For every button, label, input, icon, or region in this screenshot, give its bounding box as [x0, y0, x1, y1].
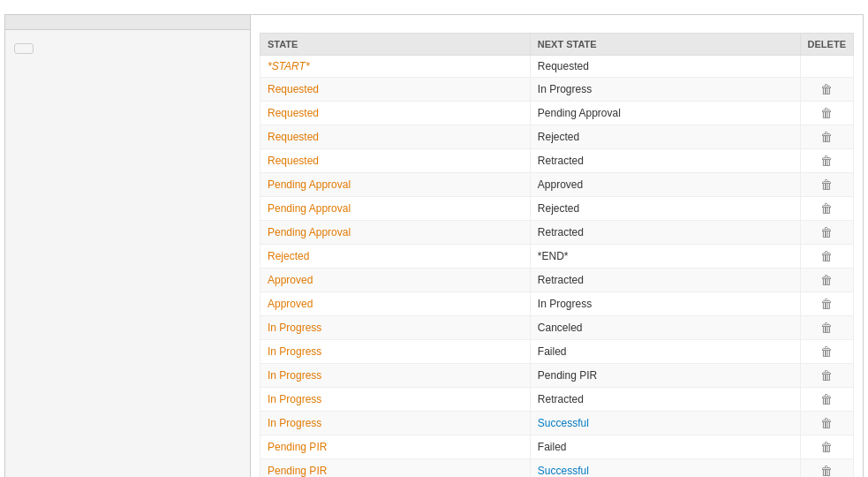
- state-cell[interactable]: In Progress: [260, 364, 531, 388]
- state-link[interactable]: In Progress: [268, 417, 321, 429]
- state-link[interactable]: Pending Approval: [268, 202, 351, 215]
- delete-cell: 🗑: [800, 435, 853, 459]
- next-state-cell: Failed: [530, 435, 800, 459]
- delete-cell: 🗑: [800, 173, 853, 197]
- delete-icon[interactable]: 🗑: [820, 416, 833, 430]
- delete-icon[interactable]: 🗑: [820, 225, 833, 239]
- state-cell[interactable]: In Progress: [260, 316, 531, 340]
- delete-cell: 🗑: [800, 340, 853, 364]
- delete-cell: 🗑: [800, 459, 853, 478]
- delete-cell: 🗑: [800, 78, 853, 102]
- delete-icon[interactable]: 🗑: [820, 82, 833, 96]
- state-link[interactable]: In Progress: [268, 345, 321, 358]
- delete-icon[interactable]: 🗑: [820, 273, 833, 287]
- delete-icon[interactable]: 🗑: [820, 201, 833, 216]
- main-content: STATE NEXT STATE DELETE *START*Requested…: [251, 15, 863, 477]
- next-state-cell: Canceled: [530, 316, 800, 340]
- delete-cell: 🗑: [800, 269, 853, 292]
- state-link[interactable]: In Progress: [268, 322, 321, 334]
- delete-cell: 🗑: [800, 102, 853, 125]
- table-row: RequestedPending Approval🗑: [260, 102, 854, 125]
- state-cell[interactable]: Pending Approval: [260, 221, 531, 245]
- delete-icon[interactable]: 🗑: [820, 106, 833, 120]
- table-row: Pending PIRFailed🗑: [260, 435, 854, 459]
- table-row: In ProgressFailed🗑: [260, 340, 854, 364]
- state-link[interactable]: Requested: [268, 107, 319, 119]
- next-state-link[interactable]: Successful: [538, 417, 589, 429]
- state-link[interactable]: Pending Approval: [268, 226, 351, 238]
- state-cell[interactable]: In Progress: [260, 388, 531, 412]
- delete-icon[interactable]: 🗑: [820, 249, 833, 263]
- table-row: RequestedRejected🗑: [260, 125, 854, 149]
- table-row: ApprovedIn Progress🗑: [260, 292, 854, 316]
- delete-icon[interactable]: 🗑: [820, 154, 833, 168]
- table-row: *START*Requested: [260, 56, 854, 78]
- state-cell[interactable]: Pending Approval: [260, 173, 531, 197]
- state-cell[interactable]: Approved: [260, 269, 531, 292]
- next-state-cell: Rejected: [530, 197, 800, 221]
- state-link[interactable]: Pending PIR: [268, 441, 327, 453]
- table-row: Pending ApprovalRejected🗑: [260, 197, 854, 221]
- delete-cell: 🗑: [800, 316, 853, 340]
- next-state-cell: Successful: [530, 412, 800, 435]
- delete-icon[interactable]: 🗑: [820, 297, 833, 311]
- next-state-cell: Pending PIR: [530, 364, 800, 388]
- next-state-cell: Retracted: [530, 221, 800, 245]
- state-cell[interactable]: In Progress: [260, 412, 531, 435]
- next-state-cell: In Progress: [530, 78, 800, 102]
- delete-cell: [800, 56, 853, 78]
- delete-icon[interactable]: 🗑: [820, 130, 833, 144]
- next-state-cell: Rejected: [530, 125, 800, 149]
- state-cell[interactable]: Approved: [260, 292, 531, 316]
- state-cell[interactable]: Requested: [260, 125, 531, 149]
- next-state-cell: Approved: [530, 173, 800, 197]
- state-cell[interactable]: Pending Approval: [260, 197, 531, 221]
- sidebar-header: [5, 15, 250, 30]
- next-state-cell: Pending Approval: [530, 102, 800, 125]
- state-link[interactable]: Pending Approval: [268, 178, 351, 191]
- delete-cell: 🗑: [800, 412, 853, 435]
- state-link[interactable]: Rejected: [268, 250, 309, 262]
- state-cell[interactable]: Requested: [260, 149, 531, 173]
- delete-icon[interactable]: 🗑: [820, 344, 833, 359]
- state-cell[interactable]: Pending PIR: [260, 459, 531, 478]
- table-row: ApprovedRetracted🗑: [260, 269, 854, 292]
- state-link[interactable]: Requested: [268, 83, 319, 95]
- sidebar: [5, 15, 251, 477]
- delete-icon[interactable]: 🗑: [820, 392, 833, 406]
- next-state-cell: Retracted: [530, 269, 800, 292]
- delete-icon[interactable]: 🗑: [820, 321, 833, 335]
- table-row: In ProgressRetracted🗑: [260, 388, 854, 412]
- delete-cell: 🗑: [800, 125, 853, 149]
- state-link[interactable]: In Progress: [268, 369, 321, 382]
- delete-cell: 🗑: [800, 245, 853, 269]
- page-title: [0, 0, 868, 14]
- state-link[interactable]: In Progress: [268, 393, 321, 405]
- state-cell[interactable]: Requested: [260, 102, 531, 125]
- table-row: Pending ApprovalRetracted🗑: [260, 221, 854, 245]
- next-state-link[interactable]: Successful: [538, 465, 589, 477]
- delete-cell: 🗑: [800, 388, 853, 412]
- state-cell[interactable]: Rejected: [260, 245, 531, 269]
- state-link[interactable]: Pending PIR: [268, 465, 327, 477]
- go-to-overview-button[interactable]: [14, 43, 34, 54]
- next-state-cell: Requested: [530, 56, 800, 78]
- delete-icon[interactable]: 🗑: [820, 368, 833, 382]
- delete-cell: 🗑: [800, 197, 853, 221]
- state-link[interactable]: Approved: [268, 298, 313, 310]
- state-link[interactable]: Requested: [268, 155, 319, 167]
- col-header-state: STATE: [260, 34, 531, 56]
- delete-cell: 🗑: [800, 364, 853, 388]
- state-cell[interactable]: In Progress: [260, 340, 531, 364]
- table-row: Pending PIRSuccessful🗑: [260, 459, 854, 478]
- delete-icon[interactable]: 🗑: [820, 440, 833, 454]
- state-link[interactable]: Requested: [268, 131, 319, 143]
- state-cell[interactable]: Pending PIR: [260, 435, 531, 459]
- table-row: Rejected*END*🗑: [260, 245, 854, 269]
- table-row: RequestedIn Progress🗑: [260, 78, 854, 102]
- state-link[interactable]: Approved: [268, 274, 313, 286]
- state-cell[interactable]: Requested: [260, 78, 531, 102]
- delete-icon[interactable]: 🗑: [820, 464, 833, 477]
- delete-cell: 🗑: [800, 292, 853, 316]
- delete-icon[interactable]: 🗑: [820, 178, 833, 192]
